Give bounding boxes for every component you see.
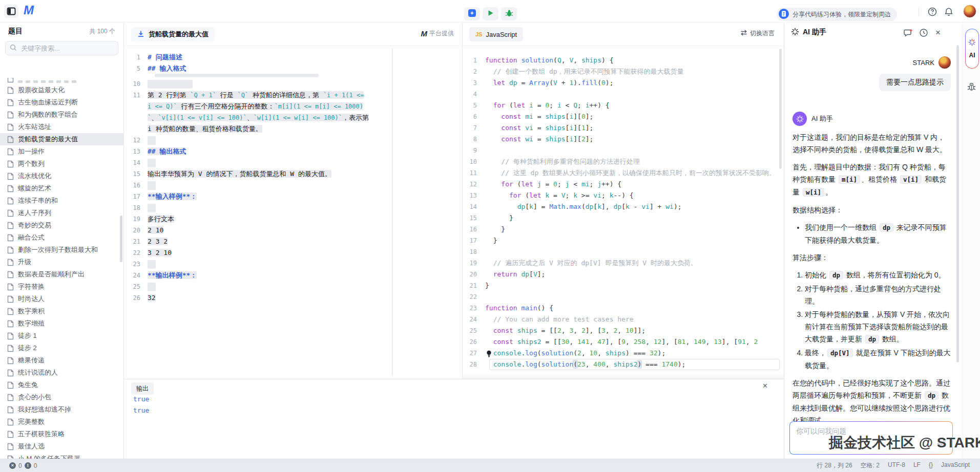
sidebar-item[interactable]: 最佳人选	[0, 440, 123, 453]
sidebar-item[interactable]: 字符替换	[0, 281, 123, 293]
close-icon[interactable]: ×	[933, 28, 943, 37]
code-line[interactable]: 25 const ships = [[2, 3, 2], [3, 2, 10]]…	[463, 325, 784, 336]
code-line[interactable]: 19 // 遍历完成之后 V 对应的 dp[V] 即是预算到 V 时的最大负荷。	[463, 258, 784, 269]
markdown-line[interactable]: 15输出李华预算为 V 的情况下，货船载货量总和 W 的最大值。	[124, 168, 462, 180]
code-line[interactable]: 4	[463, 89, 784, 100]
insert-snippet-button[interactable]	[464, 7, 480, 20]
sidebar-item[interactable]: 徒步 1	[0, 330, 123, 342]
markdown-line[interactable]: 1# 问题描述	[124, 52, 462, 63]
code-line[interactable]: 17 }	[463, 235, 784, 246]
status-item[interactable]: JavaScript	[941, 461, 970, 470]
tab-output[interactable]: 输出	[131, 382, 154, 395]
new-chat-icon[interactable]	[904, 28, 913, 37]
debug-button[interactable]	[501, 7, 517, 20]
sidebar-item[interactable]: 我好想逃却逃不掉	[0, 403, 123, 416]
markdown-line[interactable]: 10	[124, 78, 462, 90]
status-item[interactable]: 空格: 2	[861, 461, 880, 470]
code-line[interactable]: 24 // You can add more test cases here	[463, 314, 784, 325]
sidebar-item[interactable]: 货船载货量的最大值	[0, 133, 123, 145]
search-input[interactable]	[20, 44, 112, 53]
markdown-line[interactable]: 12	[124, 135, 462, 146]
send-icon[interactable]	[936, 438, 947, 451]
markdown-line[interactable]: 2632	[124, 292, 462, 304]
history-icon[interactable]	[919, 28, 928, 37]
sidebar-item[interactable]: 火车站选址	[0, 121, 123, 133]
code-line[interactable]: 8 const wi = ships[i][2];	[463, 134, 784, 145]
markdown-line[interactable]: 212 3 2	[124, 236, 462, 247]
sidebar-item[interactable]: 数字增殖	[0, 317, 123, 330]
feedback-bug-icon[interactable]	[967, 82, 976, 93]
sidebar-item[interactable]: 数字乘积	[0, 305, 123, 317]
chat-input-box[interactable]	[789, 421, 953, 455]
code-line[interactable]: 12 for (let j = 0; j < mi; j++) {	[463, 179, 784, 190]
code-line[interactable]: 11 // 这里 dp 数组要从大到小循环更新，以确保使用本船只时，前一次的预算…	[463, 167, 784, 179]
code-line[interactable]: 13 for (let k = V; k >= vi; k--) {	[463, 190, 784, 201]
sidebar-item[interactable]: 螺旋的艺术	[0, 182, 123, 195]
sidebar-toggle-button[interactable]	[4, 5, 18, 18]
sidebar-item[interactable]: 迷人子序列	[0, 207, 123, 219]
code-line[interactable]: 22	[463, 291, 784, 303]
sidebar-item[interactable]: 五子棋获胜策略	[0, 428, 123, 440]
markdown-line[interactable]: 19多行文本	[124, 213, 462, 225]
chat-input[interactable]	[790, 422, 952, 454]
sidebar-item[interactable]: 升级	[0, 256, 123, 268]
chat-scrollbar[interactable]	[956, 45, 959, 362]
code-editor[interactable]: 1function solution(Q, V, ships) {2 // 创建…	[463, 46, 784, 379]
sidebar-item[interactable]: 糖果传递	[0, 354, 123, 367]
status-item[interactable]: LF	[913, 461, 921, 470]
sidebar-item[interactable]: 兔生兔	[0, 379, 123, 391]
code-line[interactable]: 28 console.log(solution(23, 400, ships2)…	[463, 359, 784, 370]
sidebar-item[interactable]: 时尚达人	[0, 293, 123, 305]
sidebar-item[interactable]: 统计说谎的人	[0, 367, 123, 379]
markdown-line[interactable]: 202 10	[124, 225, 462, 236]
sidebar-item[interactable]: 完美整数	[0, 416, 123, 428]
markdown-line[interactable]: 5## 输入格式	[124, 63, 462, 74]
code-line[interactable]: 23function main() {	[463, 303, 784, 314]
tab-javascript[interactable]: JS JavaScript	[469, 27, 523, 41]
sidebar-item[interactable]: 贪心的小包	[0, 391, 123, 403]
sidebar-item[interactable]: 古生物血缘远近判断	[0, 96, 123, 109]
markdown-line[interactable]: 11第 2 行到第 `Q + 1` 行是 `Q` 种货船的详细信息，第 `i +…	[124, 90, 462, 135]
markdown-line[interactable]: 17**输入样例**：	[124, 191, 462, 202]
code-line[interactable]: 3 let dp = Array(V + 1).fill(0);	[463, 77, 784, 89]
editor-scrollbar[interactable]	[779, 49, 782, 169]
sidebar-item[interactable]: 和为偶数的数字组合	[0, 109, 123, 121]
sidebar-item[interactable]: 股票收益最大化	[0, 84, 123, 96]
markdown-line[interactable]: 14	[124, 157, 462, 168]
code-line[interactable]: 26 const ships2 = [[30, 141, 47], [9, 25…	[463, 336, 784, 348]
markdown-line[interactable]: 13## 输出格式	[124, 146, 462, 157]
sidebar-item[interactable]: 融合公式	[0, 231, 123, 244]
code-line[interactable]: 1function solution(Q, V, ships) {	[463, 55, 784, 66]
code-line[interactable]: 14 dp[k] = Math.max(dp[k], dp[k - vi] + …	[463, 201, 784, 212]
markdown-line[interactable]: 223 2 10	[124, 247, 462, 259]
code-line[interactable]: 5 for (let i = 0; i < Q; i++) {	[463, 100, 784, 111]
sidebar-item[interactable]: 连续子串的和	[0, 195, 123, 207]
code-line[interactable]: 16 }	[463, 224, 784, 235]
help-icon[interactable]	[927, 7, 937, 17]
markdown-line[interactable]: 25	[124, 281, 462, 292]
marscode-logo[interactable]: M	[24, 3, 33, 17]
problem-scrollbar[interactable]	[392, 48, 393, 376]
sidebar-item[interactable]: 小 M 的多任务下载器	[0, 453, 123, 459]
code-line[interactable]: 2 // 创建一个数组 dp，用来记录不同预算下能获得的最大载货量	[463, 66, 784, 77]
code-line[interactable]: 9	[463, 145, 784, 156]
code-line[interactable]: 27 console.log(solution(2, 10, ships) ==…	[463, 348, 784, 359]
code-line[interactable]: 10 // 每种货船利用多重背包问题的方法进行处理	[463, 156, 784, 167]
code-line[interactable]: 20 return dp[V];	[463, 269, 784, 280]
switch-language-button[interactable]: 切换语言	[740, 29, 775, 38]
sidebar-item[interactable]: 两个数列	[0, 158, 123, 170]
code-line[interactable]: 7 const vi = ships[i][1];	[463, 122, 784, 134]
markdown-line[interactable]: 18	[124, 202, 462, 213]
bell-icon[interactable]	[944, 7, 954, 17]
markdown-line[interactable]: 16	[124, 180, 462, 191]
sidebar-item[interactable]: 删除一次得到子数组最大和	[0, 244, 123, 256]
markdown-editor[interactable]: 1# 问题描述5## 输入格式1011第 2 行到第 `Q + 1` 行是 `Q…	[124, 46, 462, 379]
status-item[interactable]: UTF-8	[888, 461, 905, 470]
problem-title-pill[interactable]: 货船载货量的最大值	[131, 27, 215, 41]
code-line[interactable]: 18	[463, 246, 784, 258]
code-line[interactable]: 15 }	[463, 212, 784, 224]
markdown-line[interactable]: 24**输出样例**：	[124, 270, 462, 281]
problems-summary[interactable]: × 0 ! 0	[9, 462, 37, 469]
sidebar-item[interactable]: 流水线优化	[0, 170, 123, 182]
promo-banner[interactable]: 分享代码练习体验，领限量定制周边	[777, 8, 897, 21]
